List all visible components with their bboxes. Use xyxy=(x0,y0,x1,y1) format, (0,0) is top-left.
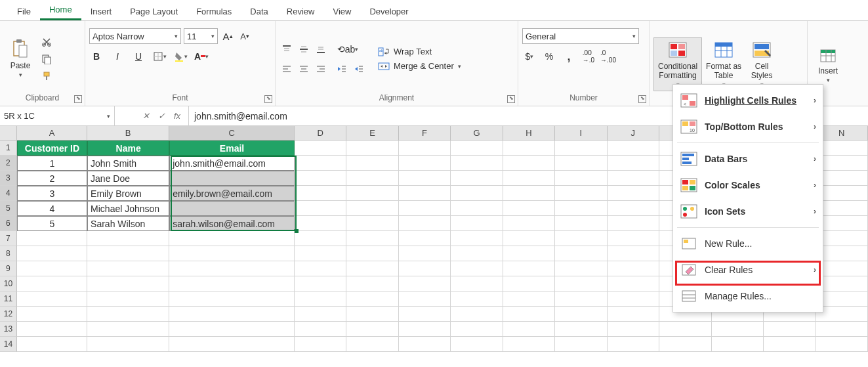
col-header-D[interactable]: D xyxy=(295,126,346,140)
menu-clear-rules[interactable]: Clear Rules › xyxy=(673,257,823,283)
col-header-G[interactable]: G xyxy=(451,126,503,140)
cell-A14[interactable] xyxy=(17,337,87,352)
cell-N5[interactable] xyxy=(816,201,868,216)
cell-A9[interactable] xyxy=(17,261,87,276)
cell-G5[interactable] xyxy=(451,201,503,216)
cell-H11[interactable] xyxy=(503,291,555,307)
cell-B11[interactable] xyxy=(87,291,169,307)
cell-H12[interactable] xyxy=(503,307,555,322)
cell-N13[interactable] xyxy=(816,322,868,337)
cell-D13[interactable] xyxy=(295,322,346,337)
cell-N10[interactable] xyxy=(816,276,868,291)
cell-I4[interactable] xyxy=(555,186,607,201)
increase-font-button[interactable]: A▴ xyxy=(220,29,235,43)
tab-data[interactable]: Data xyxy=(241,3,277,20)
cell-A12[interactable] xyxy=(17,307,87,322)
cell-D5[interactable] xyxy=(295,201,346,216)
cell-D12[interactable] xyxy=(295,307,346,322)
cell-I8[interactable] xyxy=(555,246,607,261)
cell-E9[interactable] xyxy=(346,261,398,276)
col-header-F[interactable]: F xyxy=(399,126,451,140)
col-header-B[interactable]: B xyxy=(87,126,169,140)
cell-J12[interactable] xyxy=(608,307,659,322)
cell-E8[interactable] xyxy=(346,246,398,261)
cell-D2[interactable] xyxy=(295,156,346,171)
cancel-formula-button[interactable]: ✕ xyxy=(138,109,153,123)
cell-I9[interactable] xyxy=(555,261,607,276)
cut-button[interactable] xyxy=(39,35,54,49)
cell-C4[interactable]: emily.brown@email.com xyxy=(169,186,295,201)
underline-button[interactable]: U xyxy=(131,49,146,64)
tab-view[interactable]: View xyxy=(323,3,360,20)
cell-C7[interactable] xyxy=(169,231,295,246)
cell-B4[interactable]: Emily Brown xyxy=(87,186,169,201)
row-header[interactable]: 3 xyxy=(0,171,17,186)
percent-format-button[interactable]: % xyxy=(542,49,556,64)
menu-highlight-cells-rules[interactable]: < Highlight Cells Rules › xyxy=(673,87,823,114)
cell-J4[interactable] xyxy=(608,186,659,201)
format-as-table-button[interactable]: Format as Table▾ xyxy=(702,38,745,91)
cell-I1[interactable] xyxy=(555,140,607,156)
cell-A2[interactable]: 1 xyxy=(17,156,87,171)
row-header[interactable]: 8 xyxy=(0,246,17,261)
cell-D11[interactable] xyxy=(295,291,346,307)
cell-F8[interactable] xyxy=(399,246,451,261)
cell-G4[interactable] xyxy=(451,186,503,201)
col-header-J[interactable]: J xyxy=(608,126,659,140)
cell-H10[interactable] xyxy=(503,276,555,291)
align-top-button[interactable] xyxy=(279,42,294,56)
cell-C6[interactable]: sarah.wilson@email.com xyxy=(169,216,295,231)
cell-G9[interactable] xyxy=(451,261,503,276)
cell-C11[interactable] xyxy=(169,291,295,307)
cell-I13[interactable] xyxy=(555,322,607,337)
tab-page-layout[interactable]: Page Layout xyxy=(121,3,187,20)
cell-E14[interactable] xyxy=(346,337,398,352)
cell-E11[interactable] xyxy=(346,291,398,307)
cell-H5[interactable] xyxy=(503,201,555,216)
cell-G3[interactable] xyxy=(451,171,503,186)
row-header[interactable]: 5 xyxy=(0,201,17,216)
comma-format-button[interactable]: , xyxy=(562,49,576,64)
row-header[interactable]: 10 xyxy=(0,276,17,291)
wrap-text-button[interactable]: ab Wrap Text xyxy=(378,47,461,57)
cell-D1[interactable] xyxy=(295,140,346,156)
menu-top-bottom-rules[interactable]: 10 Top/Bottom Rules › xyxy=(673,114,823,140)
col-header-A[interactable]: A xyxy=(17,126,87,140)
cell-B1[interactable]: Name xyxy=(87,140,169,156)
cell-B8[interactable] xyxy=(87,246,169,261)
decrease-indent-button[interactable] xyxy=(335,62,349,76)
bold-button[interactable]: B xyxy=(89,49,104,64)
cell-N9[interactable] xyxy=(816,261,868,276)
cell-J11[interactable] xyxy=(608,291,659,307)
cell-N8[interactable] xyxy=(816,246,868,261)
decrease-decimal-button[interactable]: .0→.00 xyxy=(601,49,615,64)
borders-button[interactable]: ▾ xyxy=(152,49,167,64)
tab-home[interactable]: Home xyxy=(40,1,81,20)
cell-H1[interactable] xyxy=(503,140,555,156)
cell-L14[interactable] xyxy=(712,337,764,352)
menu-icon-sets[interactable]: Icon Sets › xyxy=(673,198,823,225)
tab-insert[interactable]: Insert xyxy=(81,3,121,20)
increase-indent-button[interactable] xyxy=(352,62,366,76)
align-right-button[interactable] xyxy=(314,62,328,76)
cell-I12[interactable] xyxy=(555,307,607,322)
cell-A4[interactable]: 3 xyxy=(17,186,87,201)
align-middle-button[interactable] xyxy=(297,42,311,56)
cell-C5[interactable] xyxy=(169,201,295,216)
cell-G13[interactable] xyxy=(451,322,503,337)
cell-E2[interactable] xyxy=(346,156,398,171)
cell-H4[interactable] xyxy=(503,186,555,201)
cell-I10[interactable] xyxy=(555,276,607,291)
cell-F2[interactable] xyxy=(399,156,451,171)
cell-N7[interactable] xyxy=(816,231,868,246)
cell-D3[interactable] xyxy=(295,171,346,186)
cell-J8[interactable] xyxy=(608,246,659,261)
cell-J14[interactable] xyxy=(608,337,659,352)
menu-color-scales[interactable]: Color Scales › xyxy=(673,172,823,198)
cell-I14[interactable] xyxy=(555,337,607,352)
align-left-button[interactable] xyxy=(279,62,294,76)
cell-C3[interactable] xyxy=(169,171,295,186)
row-header[interactable]: 2 xyxy=(0,156,17,171)
cell-I3[interactable] xyxy=(555,171,607,186)
cell-G12[interactable] xyxy=(451,307,503,322)
